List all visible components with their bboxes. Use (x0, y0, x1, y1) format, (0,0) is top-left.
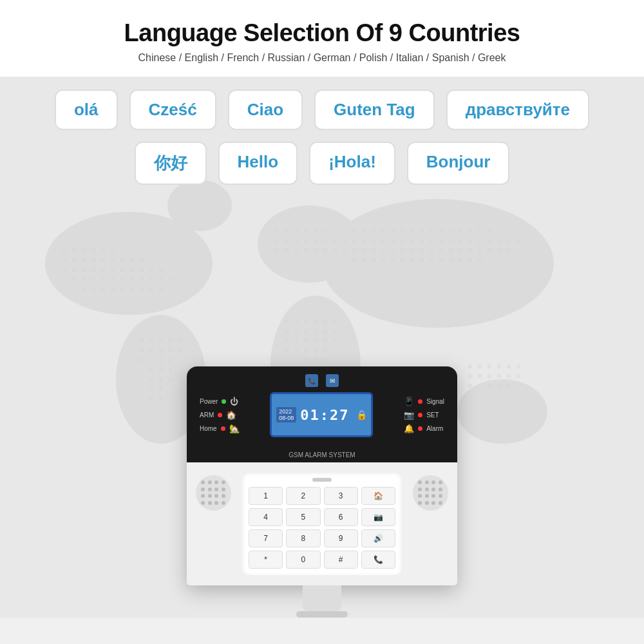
svg-point-117 (439, 249, 443, 252)
svg-point-154 (314, 339, 317, 343)
svg-point-4 (322, 199, 554, 328)
svg-point-57 (314, 229, 317, 233)
svg-point-53 (275, 229, 279, 233)
svg-point-185 (159, 339, 163, 343)
svg-point-29 (130, 268, 134, 272)
svg-point-132 (420, 258, 424, 262)
arm-indicator: ARM 🏠 (200, 410, 240, 420)
svg-point-28 (120, 268, 124, 272)
key-1[interactable]: 1 (249, 487, 283, 505)
lcd-time: 01:27 (300, 407, 349, 423)
key-call[interactable]: 📞 (361, 551, 395, 569)
svg-point-197 (149, 368, 153, 372)
speaker-left (196, 475, 231, 511)
svg-point-108 (352, 249, 356, 252)
key-4[interactable]: 4 (249, 508, 283, 526)
svg-point-89 (488, 229, 491, 233)
svg-point-159 (304, 348, 308, 352)
svg-point-114 (410, 249, 414, 252)
svg-point-11 (101, 249, 105, 252)
home-dot (221, 426, 225, 431)
svg-point-133 (430, 258, 433, 262)
svg-point-63 (314, 239, 317, 243)
svg-point-202 (169, 377, 173, 381)
bubble-english[interactable]: Hello (218, 142, 298, 185)
bubble-chinese[interactable]: 你好 (135, 142, 207, 185)
home-label: Home (200, 425, 217, 432)
svg-point-187 (178, 339, 182, 343)
svg-point-116 (430, 249, 433, 252)
svg-point-145 (285, 329, 289, 333)
bubble-german[interactable]: Guten Tag (314, 90, 435, 130)
svg-point-173 (478, 374, 482, 378)
speaker-right (413, 475, 448, 511)
svg-point-7 (62, 249, 66, 252)
bubble-portuguese[interactable]: olá (55, 90, 118, 130)
svg-point-72 (323, 249, 327, 252)
svg-point-84 (439, 229, 443, 233)
svg-point-43 (169, 278, 173, 281)
svg-point-95 (401, 239, 404, 243)
key-5[interactable]: 5 (286, 508, 320, 526)
svg-point-190 (159, 348, 163, 352)
key-hash[interactable]: # (324, 551, 358, 569)
svg-point-189 (149, 348, 153, 352)
svg-point-112 (391, 249, 395, 252)
svg-point-134 (439, 258, 443, 262)
brand-label: GSM ALARM SYSTEM (187, 448, 457, 462)
svg-point-87 (468, 229, 472, 233)
svg-point-140 (294, 319, 298, 323)
svg-point-70 (304, 249, 308, 252)
svg-point-69 (294, 249, 298, 252)
key-2[interactable]: 2 (286, 487, 320, 505)
svg-point-146 (294, 329, 298, 333)
svg-point-111 (381, 249, 385, 252)
bubble-french[interactable]: Bonjour (407, 142, 510, 185)
svg-point-168 (488, 365, 491, 368)
bubble-polish[interactable]: Cześć (129, 90, 216, 130)
svg-point-121 (478, 249, 482, 252)
svg-point-181 (497, 384, 501, 388)
svg-point-123 (497, 249, 501, 252)
svg-point-148 (314, 329, 317, 333)
bubble-italian[interactable]: Ciao (228, 90, 303, 130)
svg-point-126 (362, 258, 366, 262)
bubble-spanish[interactable]: ¡Hola! (309, 142, 395, 185)
svg-point-56 (304, 229, 308, 233)
svg-point-203 (149, 387, 153, 391)
svg-point-186 (169, 339, 173, 343)
svg-point-169 (497, 365, 501, 368)
svg-point-32 (159, 268, 163, 272)
key-6[interactable]: 6 (324, 508, 358, 526)
svg-point-30 (140, 268, 144, 272)
svg-point-157 (285, 348, 289, 352)
svg-point-38 (120, 278, 124, 281)
svg-point-22 (62, 268, 66, 272)
svg-point-16 (91, 258, 95, 262)
key-home[interactable]: 🏠 (361, 487, 395, 505)
bubble-row-1: olá Cześć Ciao Guten Tag дравствуйте (0, 90, 644, 130)
set-dot (418, 413, 422, 417)
svg-point-85 (449, 229, 453, 233)
right-indicators: 📱 Signal 📷 SET 🔔 Alarm (404, 397, 444, 433)
key-7[interactable]: 7 (249, 529, 283, 547)
key-0[interactable]: 0 (286, 551, 320, 569)
alarm-label: Alarm (426, 425, 443, 432)
key-9[interactable]: 9 (324, 529, 358, 547)
svg-point-172 (468, 374, 472, 378)
svg-point-67 (275, 249, 279, 252)
key-3[interactable]: 3 (324, 487, 358, 505)
svg-point-170 (507, 365, 511, 368)
key-star[interactable]: * (249, 551, 283, 569)
svg-point-130 (401, 258, 404, 262)
bubble-russian[interactable]: дравствуйте (446, 90, 589, 130)
svg-point-27 (111, 268, 115, 272)
key-8[interactable]: 8 (286, 529, 320, 547)
svg-point-138 (478, 258, 482, 262)
key-camera[interactable]: 📷 (361, 508, 395, 526)
svg-point-161 (323, 348, 327, 352)
svg-point-194 (149, 358, 153, 362)
svg-point-64 (323, 239, 327, 243)
svg-point-147 (304, 329, 308, 333)
key-speaker[interactable]: 🔊 (361, 529, 395, 547)
